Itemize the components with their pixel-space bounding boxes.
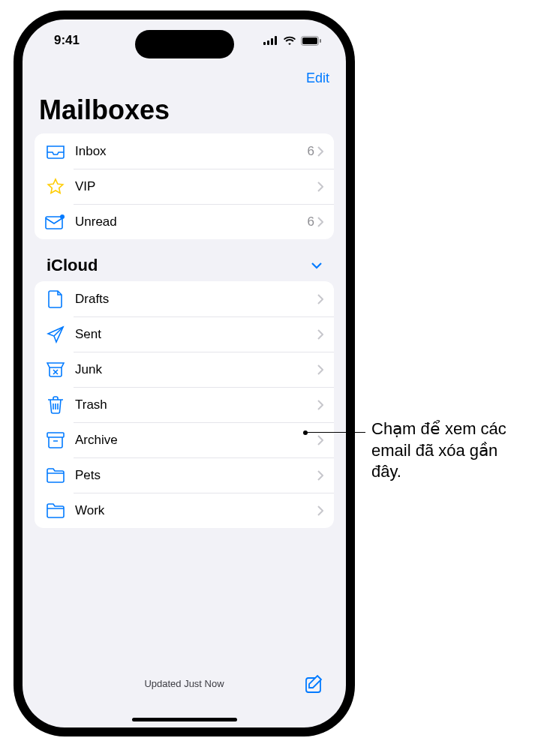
mailbox-label: Work: [75, 503, 317, 518]
svg-rect-5: [302, 38, 317, 44]
chevron-right-icon: [317, 294, 323, 304]
edit-button[interactable]: Edit: [306, 70, 329, 86]
mailbox-sent[interactable]: Sent: [35, 316, 334, 352]
chevron-right-icon: [317, 470, 323, 481]
screen: 9:41 Edit Mailboxes Inbox 6: [23, 20, 346, 728]
svg-rect-9: [47, 433, 64, 437]
chevron-right-icon: [317, 182, 323, 192]
status-indicators: [263, 36, 322, 46]
unread-icon: [45, 214, 66, 230]
svg-rect-1: [267, 40, 269, 45]
callout-text: Chạm để xem các email đã xóa gần đây.: [371, 418, 521, 483]
mailbox-list-icloud: Drafts Sent Junk: [35, 281, 334, 528]
mailbox-unread[interactable]: Unread 6: [35, 204, 334, 239]
svg-rect-6: [320, 39, 321, 43]
mailbox-label: Inbox: [75, 144, 308, 159]
chevron-down-icon: [311, 262, 322, 269]
svg-point-8: [60, 214, 65, 219]
folder-icon: [45, 503, 66, 518]
status-time: 9:41: [54, 33, 80, 48]
battery-icon: [301, 36, 322, 46]
trash-icon: [45, 396, 66, 414]
star-icon: [45, 178, 66, 196]
mailbox-label: Pets: [75, 468, 317, 483]
mailbox-list-top: Inbox 6 VIP Unread 6: [35, 134, 334, 239]
chevron-right-icon: [317, 364, 323, 375]
chevron-right-icon: [317, 217, 323, 227]
mailbox-count: 6: [308, 214, 314, 230]
mailbox-inbox[interactable]: Inbox 6: [35, 134, 334, 169]
mailbox-pets[interactable]: Pets: [35, 458, 334, 493]
content: Inbox 6 VIP Unread 6: [23, 134, 346, 668]
callout-line: [305, 432, 365, 433]
sent-icon: [45, 326, 66, 344]
mailbox-label: Trash: [75, 398, 317, 412]
svg-rect-3: [275, 36, 277, 45]
mailbox-label: Junk: [75, 362, 317, 377]
draft-icon: [45, 290, 66, 308]
mailbox-archive[interactable]: Archive: [35, 422, 334, 458]
mailbox-label: Drafts: [75, 292, 317, 307]
mailbox-label: Unread: [75, 214, 308, 230]
mailbox-work[interactable]: Work: [35, 493, 334, 528]
dynamic-island: [135, 30, 234, 58]
page-title: Mailboxes: [23, 94, 346, 134]
chevron-right-icon: [317, 506, 323, 516]
mailbox-junk[interactable]: Junk: [35, 352, 334, 387]
nav-bar: Edit: [23, 62, 346, 94]
junk-icon: [45, 362, 66, 377]
svg-rect-7: [46, 217, 62, 229]
chevron-right-icon: [317, 329, 323, 340]
svg-rect-0: [263, 42, 266, 45]
section-header-icloud[interactable]: iCloud: [35, 239, 334, 281]
svg-rect-2: [271, 38, 273, 45]
mailbox-label: Archive: [75, 433, 317, 448]
mailbox-label: VIP: [75, 179, 314, 194]
chevron-right-icon: [317, 435, 323, 446]
chevron-right-icon: [317, 146, 323, 157]
chevron-right-icon: [317, 400, 323, 410]
mailbox-drafts[interactable]: Drafts: [35, 281, 334, 316]
archive-icon: [45, 432, 66, 448]
inbox-icon: [45, 144, 66, 159]
mailbox-label: Sent: [75, 327, 317, 342]
section-label: iCloud: [47, 256, 98, 275]
mailbox-trash[interactable]: Trash: [35, 387, 334, 422]
mailbox-count: 6: [308, 144, 314, 159]
compose-button[interactable]: [304, 674, 325, 698]
folder-icon: [45, 468, 66, 483]
mailbox-vip[interactable]: VIP: [35, 169, 334, 204]
iphone-frame: 9:41 Edit Mailboxes Inbox 6: [14, 10, 355, 736]
update-status: Updated Just Now: [144, 678, 224, 689]
wifi-icon: [283, 36, 296, 46]
cellular-icon: [263, 36, 278, 45]
home-indicator[interactable]: [132, 718, 237, 722]
